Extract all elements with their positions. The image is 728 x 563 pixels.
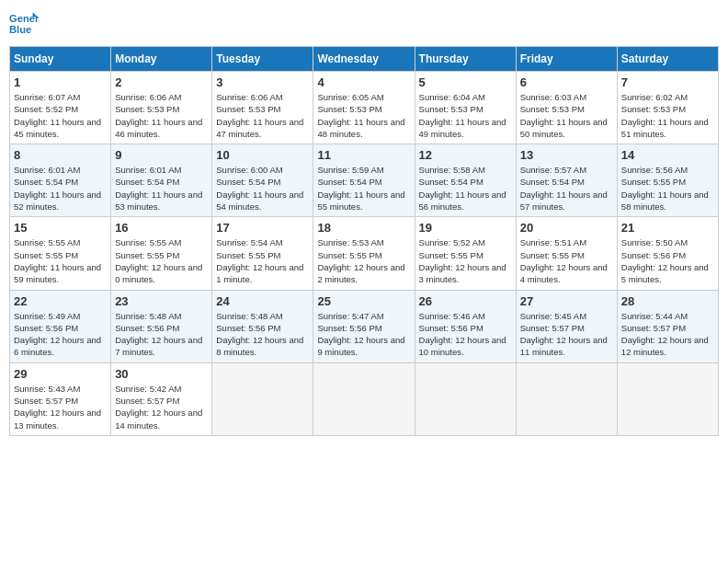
calendar-week-2: 8 Sunrise: 6:01 AM Sunset: 5:54 PM Dayli… <box>10 144 719 217</box>
day-number: 27 <box>520 294 613 308</box>
day-info: Sunrise: 5:53 AM Sunset: 5:55 PM Dayligh… <box>317 236 410 285</box>
day-number: 25 <box>317 294 410 308</box>
day-number: 1 <box>14 75 107 89</box>
day-info: Sunrise: 6:01 AM Sunset: 5:54 PM Dayligh… <box>14 164 107 213</box>
day-info: Sunrise: 5:46 AM Sunset: 5:56 PM Dayligh… <box>419 310 512 359</box>
day-info: Sunrise: 5:48 AM Sunset: 5:56 PM Dayligh… <box>216 310 309 359</box>
calendar-cell: 7 Sunrise: 6:02 AM Sunset: 5:53 PM Dayli… <box>617 72 718 144</box>
day-info: Sunrise: 6:04 AM Sunset: 5:53 PM Dayligh… <box>419 91 512 140</box>
day-info: Sunrise: 6:02 AM Sunset: 5:53 PM Dayligh… <box>621 91 714 140</box>
day-info: Sunrise: 5:52 AM Sunset: 5:55 PM Dayligh… <box>419 236 512 285</box>
day-number: 18 <box>317 221 410 235</box>
day-info: Sunrise: 5:56 AM Sunset: 5:55 PM Dayligh… <box>621 164 714 213</box>
calendar-week-5: 29 Sunrise: 5:43 AM Sunset: 5:57 PM Dayl… <box>10 362 719 435</box>
calendar-cell: 29 Sunrise: 5:43 AM Sunset: 5:57 PM Dayl… <box>10 362 111 435</box>
calendar-week-3: 15 Sunrise: 5:55 AM Sunset: 5:55 PM Dayl… <box>10 217 719 290</box>
calendar-cell <box>212 362 313 435</box>
day-info: Sunrise: 5:57 AM Sunset: 5:54 PM Dayligh… <box>520 164 613 213</box>
day-info: Sunrise: 6:06 AM Sunset: 5:53 PM Dayligh… <box>216 91 309 140</box>
day-number: 2 <box>115 75 208 89</box>
day-info: Sunrise: 5:59 AM Sunset: 5:54 PM Dayligh… <box>317 164 410 213</box>
day-info: Sunrise: 5:44 AM Sunset: 5:57 PM Dayligh… <box>621 310 714 359</box>
calendar-cell: 11 Sunrise: 5:59 AM Sunset: 5:54 PM Dayl… <box>313 144 415 217</box>
calendar-week-4: 22 Sunrise: 5:49 AM Sunset: 5:56 PM Dayl… <box>10 290 719 362</box>
day-info: Sunrise: 5:43 AM Sunset: 5:57 PM Dayligh… <box>14 383 107 431</box>
calendar-cell: 15 Sunrise: 5:55 AM Sunset: 5:55 PM Dayl… <box>10 217 111 290</box>
svg-text:Blue: Blue <box>9 24 31 35</box>
day-info: Sunrise: 5:54 AM Sunset: 5:55 PM Dayligh… <box>216 236 309 285</box>
day-number: 5 <box>419 75 512 89</box>
calendar-week-1: 1 Sunrise: 6:07 AM Sunset: 5:52 PM Dayli… <box>10 72 719 144</box>
day-number: 23 <box>115 294 208 308</box>
day-info: Sunrise: 6:06 AM Sunset: 5:53 PM Dayligh… <box>115 91 208 140</box>
day-number: 10 <box>216 148 309 162</box>
day-info: Sunrise: 5:45 AM Sunset: 5:57 PM Dayligh… <box>520 310 613 359</box>
day-info: Sunrise: 6:07 AM Sunset: 5:52 PM Dayligh… <box>14 91 107 140</box>
calendar-cell: 14 Sunrise: 5:56 AM Sunset: 5:55 PM Dayl… <box>617 144 718 217</box>
weekday-header-monday: Monday <box>111 47 212 72</box>
calendar-cell: 20 Sunrise: 5:51 AM Sunset: 5:55 PM Dayl… <box>516 217 617 290</box>
day-info: Sunrise: 5:47 AM Sunset: 5:56 PM Dayligh… <box>317 310 410 359</box>
calendar-cell: 17 Sunrise: 5:54 AM Sunset: 5:55 PM Dayl… <box>212 217 313 290</box>
calendar-cell: 28 Sunrise: 5:44 AM Sunset: 5:57 PM Dayl… <box>617 290 718 362</box>
calendar-cell: 6 Sunrise: 6:03 AM Sunset: 5:53 PM Dayli… <box>516 72 617 144</box>
weekday-header-sunday: Sunday <box>10 47 111 72</box>
day-number: 12 <box>419 148 512 162</box>
day-number: 28 <box>621 294 714 308</box>
calendar-cell: 2 Sunrise: 6:06 AM Sunset: 5:53 PM Dayli… <box>111 72 212 144</box>
day-number: 13 <box>520 148 613 162</box>
day-number: 4 <box>317 75 410 89</box>
day-number: 21 <box>621 221 714 235</box>
day-number: 29 <box>14 367 107 381</box>
calendar-cell: 16 Sunrise: 5:55 AM Sunset: 5:55 PM Dayl… <box>111 217 212 290</box>
day-number: 11 <box>317 148 410 162</box>
calendar-cell: 26 Sunrise: 5:46 AM Sunset: 5:56 PM Dayl… <box>415 290 516 362</box>
day-number: 19 <box>419 221 512 235</box>
day-number: 3 <box>216 75 309 89</box>
calendar-cell: 19 Sunrise: 5:52 AM Sunset: 5:55 PM Dayl… <box>415 217 516 290</box>
day-number: 9 <box>115 148 208 162</box>
calendar-cell: 8 Sunrise: 6:01 AM Sunset: 5:54 PM Dayli… <box>10 144 111 217</box>
calendar-cell: 23 Sunrise: 5:48 AM Sunset: 5:56 PM Dayl… <box>111 290 212 362</box>
day-number: 30 <box>115 367 208 381</box>
calendar-cell: 9 Sunrise: 6:01 AM Sunset: 5:54 PM Dayli… <box>111 144 212 217</box>
day-number: 6 <box>520 75 613 89</box>
calendar-cell: 25 Sunrise: 5:47 AM Sunset: 5:56 PM Dayl… <box>313 290 415 362</box>
day-number: 17 <box>216 221 309 235</box>
day-number: 15 <box>14 221 107 235</box>
day-info: Sunrise: 5:55 AM Sunset: 5:55 PM Dayligh… <box>14 236 107 285</box>
calendar-cell <box>617 362 718 435</box>
day-info: Sunrise: 5:49 AM Sunset: 5:56 PM Dayligh… <box>14 310 107 359</box>
day-number: 22 <box>14 294 107 308</box>
calendar-cell: 12 Sunrise: 5:58 AM Sunset: 5:54 PM Dayl… <box>415 144 516 217</box>
weekday-header-thursday: Thursday <box>415 47 516 72</box>
day-info: Sunrise: 6:00 AM Sunset: 5:54 PM Dayligh… <box>216 164 309 213</box>
day-info: Sunrise: 5:42 AM Sunset: 5:57 PM Dayligh… <box>115 383 208 431</box>
calendar-cell: 5 Sunrise: 6:04 AM Sunset: 5:53 PM Dayli… <box>415 72 516 144</box>
calendar-cell <box>313 362 415 435</box>
day-number: 14 <box>621 148 714 162</box>
day-number: 26 <box>419 294 512 308</box>
day-info: Sunrise: 6:05 AM Sunset: 5:53 PM Dayligh… <box>317 91 410 140</box>
day-info: Sunrise: 6:01 AM Sunset: 5:54 PM Dayligh… <box>115 164 208 213</box>
calendar-table: SundayMondayTuesdayWednesdayThursdayFrid… <box>9 46 719 436</box>
day-number: 16 <box>115 221 208 235</box>
weekday-header-saturday: Saturday <box>617 47 718 72</box>
calendar-cell: 13 Sunrise: 5:57 AM Sunset: 5:54 PM Dayl… <box>516 144 617 217</box>
weekday-header-friday: Friday <box>516 47 617 72</box>
calendar-cell: 4 Sunrise: 6:05 AM Sunset: 5:53 PM Dayli… <box>313 72 415 144</box>
day-info: Sunrise: 6:03 AM Sunset: 5:53 PM Dayligh… <box>520 91 613 140</box>
day-info: Sunrise: 5:48 AM Sunset: 5:56 PM Dayligh… <box>115 310 208 359</box>
logo-icon: General Blue <box>9 9 39 39</box>
logo: General Blue <box>9 9 42 39</box>
calendar-cell: 22 Sunrise: 5:49 AM Sunset: 5:56 PM Dayl… <box>10 290 111 362</box>
calendar-cell: 21 Sunrise: 5:50 AM Sunset: 5:56 PM Dayl… <box>617 217 718 290</box>
calendar-cell <box>516 362 617 435</box>
calendar-cell: 24 Sunrise: 5:48 AM Sunset: 5:56 PM Dayl… <box>212 290 313 362</box>
day-number: 24 <box>216 294 309 308</box>
calendar-cell <box>415 362 516 435</box>
page-header: General Blue <box>9 9 719 39</box>
day-number: 20 <box>520 221 613 235</box>
calendar-cell: 1 Sunrise: 6:07 AM Sunset: 5:52 PM Dayli… <box>10 72 111 144</box>
day-info: Sunrise: 5:51 AM Sunset: 5:55 PM Dayligh… <box>520 236 613 285</box>
